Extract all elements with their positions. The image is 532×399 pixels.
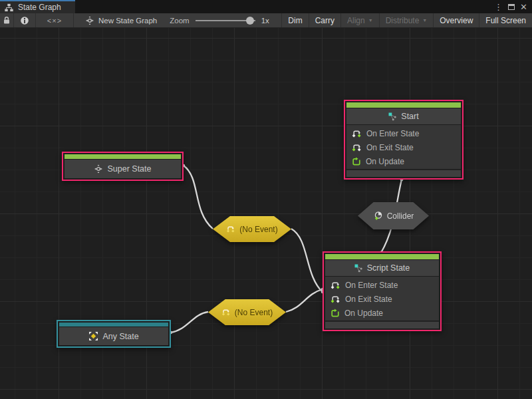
node-title-label: Start [401, 112, 418, 121]
event-slot-on-enter-state[interactable]: On Enter State [346, 126, 461, 140]
node-footer [346, 170, 461, 177]
update-loop-icon [352, 157, 361, 166]
node-title-label: Any State [102, 332, 138, 341]
distribute-dropdown[interactable]: Distribute ▼ [379, 13, 434, 27]
event-slot-on-update[interactable]: On Update [346, 154, 461, 168]
node-body: On Enter State On Exit State [346, 125, 461, 169]
event-slot-label: On Update [366, 157, 404, 166]
transition-event-label: (No Event) [239, 225, 277, 234]
zoom-label: Zoom [170, 17, 189, 25]
node-footer [325, 321, 439, 329]
dim-button[interactable]: Dim [281, 13, 308, 27]
node-transition-event-bottom[interactable]: (No Event) [208, 299, 286, 325]
code-button[interactable]: <×> [36, 13, 74, 27]
overview-button[interactable]: Overview [433, 13, 479, 27]
move-crosshair-icon [94, 164, 103, 174]
event-slot-on-exit-state[interactable]: On Exit State [325, 292, 439, 306]
zoom-slider[interactable] [196, 17, 255, 25]
info-button[interactable] [14, 13, 36, 27]
toolbar-button-group: Dim Carry Align ▼ Distribute ▼ Overview … [281, 13, 532, 27]
event-slot-on-enter-state[interactable]: On Enter State [325, 278, 439, 292]
node-super-state[interactable]: Super State [62, 152, 184, 181]
enter-state-icon [352, 129, 362, 138]
node-any-state[interactable]: Any State [57, 320, 171, 348]
node-super-state-title: Super State [65, 160, 181, 178]
window-controls: ⋮ ✕ [494, 0, 532, 13]
move-crosshair-icon [85, 16, 94, 25]
no-event-icon [221, 308, 231, 317]
maximize-icon[interactable] [508, 4, 515, 10]
chevron-down-icon: ▼ [368, 18, 373, 23]
wire-event-to-scriptstate-2 [286, 289, 323, 312]
event-slot-label: On Exit State [345, 295, 392, 304]
transition-event-label: (No Event) [235, 308, 273, 317]
lock-icon [3, 16, 11, 25]
zoom-value: 1x [261, 17, 269, 25]
no-event-icon [226, 225, 235, 233]
graph-canvas[interactable]: Start On Enter State [0, 28, 532, 399]
wire-anystate-to-event [171, 312, 208, 332]
any-state-icon [88, 331, 98, 341]
align-label: Align [347, 16, 365, 25]
lock-button[interactable] [0, 13, 14, 27]
enter-state-icon [331, 281, 340, 290]
graph-selector-label: New State Graph [98, 17, 157, 25]
graph-selector[interactable]: New State Graph [74, 13, 164, 27]
zoom-slider-thumb[interactable] [246, 17, 254, 25]
toolbar: <×> New State Graph Zoom 1x Dim Carry Al… [0, 13, 532, 28]
node-start-title: Start [346, 108, 461, 124]
state-graph-window: State Graph ⋮ ✕ <×> [0, 0, 532, 399]
event-slot-on-exit-state[interactable]: On Exit State [346, 140, 461, 154]
chevron-down-icon: ▼ [422, 18, 427, 23]
info-icon [20, 16, 29, 25]
exit-state-icon [331, 295, 340, 304]
node-script-state-title: Script State [325, 260, 439, 276]
node-any-state-title: Any State [59, 327, 168, 345]
carry-button[interactable]: Carry [309, 13, 340, 27]
tab-title: State Graph [18, 3, 61, 12]
wire-event-to-scriptstate [291, 229, 323, 292]
code-icon: <×> [47, 17, 62, 25]
wire-superstate-to-event [184, 166, 213, 229]
event-slot-label: On Update [344, 309, 383, 318]
node-title-label: Collider [387, 211, 414, 221]
kebab-menu-icon[interactable]: ⋮ [494, 3, 503, 11]
node-script-state[interactable]: Script State On Enter State [323, 251, 442, 331]
event-slot-on-update[interactable]: On Update [325, 306, 439, 320]
event-slot-label: On Enter State [366, 129, 419, 138]
title-bar: State Graph ⋮ ✕ [0, 0, 532, 13]
state-transition-icon [354, 264, 363, 273]
distribute-label: Distribute [386, 16, 420, 25]
node-title-label: Super State [107, 164, 151, 174]
node-header-strip [65, 154, 181, 159]
close-icon[interactable]: ✕ [520, 3, 527, 11]
fullscreen-button[interactable]: Full Screen [479, 13, 532, 27]
exit-state-icon [352, 143, 362, 152]
node-header-strip [346, 102, 461, 108]
graph-icon [4, 3, 14, 12]
node-collider[interactable]: Collider [358, 202, 429, 229]
node-transition-event-top[interactable]: (No Event) [213, 216, 291, 242]
node-title-label: Script State [367, 263, 410, 273]
align-dropdown[interactable]: Align ▼ [340, 13, 379, 27]
state-transition-icon [388, 112, 397, 121]
update-loop-icon [331, 309, 340, 318]
node-header-strip [59, 323, 168, 327]
node-header-strip [325, 254, 439, 259]
collider-icon [373, 211, 383, 221]
node-start[interactable]: Start On Enter State [344, 100, 464, 180]
event-slot-label: On Exit State [366, 143, 414, 152]
event-slot-label: On Enter State [345, 281, 398, 290]
tab-state-graph[interactable]: State Graph [0, 0, 75, 13]
node-body: On Enter State On Exit State [325, 277, 439, 321]
